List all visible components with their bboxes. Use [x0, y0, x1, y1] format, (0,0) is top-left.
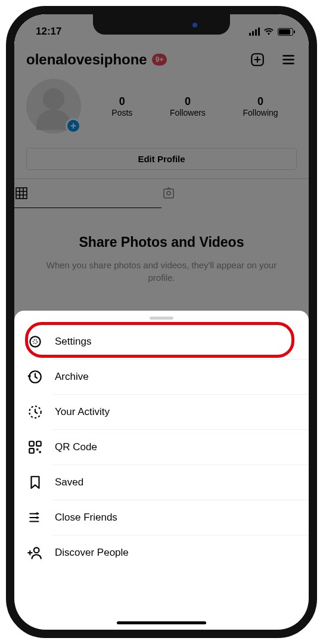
menu-saved[interactable]: Saved — [14, 465, 309, 500]
close-friends-icon — [27, 510, 43, 525]
notch — [93, 14, 230, 35]
archive-icon — [27, 369, 43, 385]
menu-archive[interactable]: Archive — [14, 360, 309, 394]
activity-icon — [27, 404, 43, 420]
menu-close-friends-label: Close Friends — [55, 512, 117, 524]
menu-activity[interactable]: Your Activity — [14, 395, 309, 429]
screen: 12:17 olenalovesiphone 9+ — [14, 14, 309, 630]
bottom-sheet: Settings Archive Your Activity — [14, 311, 309, 630]
menu-close-friends[interactable]: Close Friends — [14, 500, 309, 535]
menu-saved-label: Saved — [55, 476, 83, 488]
svg-point-4 — [30, 336, 40, 346]
menu-discover-label: Discover People — [55, 547, 129, 559]
svg-rect-9 — [36, 441, 41, 446]
menu-archive-label: Archive — [55, 371, 89, 383]
menu-settings-label: Settings — [55, 336, 91, 348]
svg-rect-10 — [29, 448, 34, 453]
settings-icon — [27, 334, 43, 349]
svg-rect-11 — [36, 448, 38, 450]
sheet-grabber[interactable] — [150, 317, 173, 320]
menu-settings[interactable]: Settings — [14, 324, 309, 359]
menu-discover[interactable]: Discover People — [14, 535, 309, 570]
home-indicator[interactable] — [117, 621, 206, 624]
qr-icon — [27, 439, 43, 455]
svg-rect-12 — [39, 451, 41, 453]
menu-activity-label: Your Activity — [55, 406, 110, 418]
menu-qr-label: QR Code — [55, 441, 97, 453]
discover-icon — [27, 545, 43, 561]
saved-icon — [27, 475, 43, 490]
menu-qr[interactable]: QR Code — [14, 430, 309, 465]
svg-point-5 — [33, 340, 38, 344]
phone-frame: 12:17 olenalovesiphone 9+ — [6, 6, 317, 638]
svg-point-13 — [34, 547, 39, 553]
svg-rect-8 — [29, 441, 34, 446]
